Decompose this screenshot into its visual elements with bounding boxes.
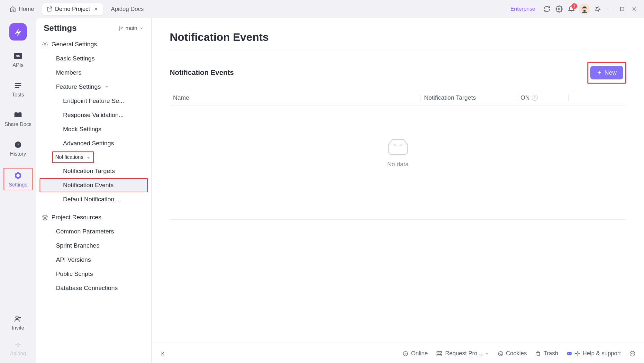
nav-common-parameters[interactable]: Common Parameters — [40, 225, 148, 238]
status-request-proxy[interactable]: Request Pro... — [436, 350, 489, 357]
pin-icon[interactable] — [593, 5, 602, 14]
section-project-resources: Project Resources — [36, 211, 151, 224]
main-area: Notification Events Notification Events … — [152, 18, 644, 363]
rail-label: Invite — [12, 325, 24, 331]
svg-point-16 — [119, 30, 120, 31]
nav-api-versions[interactable]: API Versions — [40, 253, 148, 267]
nav-advanced-settings[interactable]: Advanced Settings — [40, 137, 148, 150]
collapse-sidebar-icon[interactable] — [160, 350, 167, 357]
svg-point-26 — [501, 354, 502, 354]
status-online-label: Online — [411, 350, 428, 357]
svg-point-22 — [498, 351, 503, 356]
svg-rect-21 — [437, 354, 442, 356]
nav-public-scripts[interactable]: Public Scripts — [40, 267, 148, 281]
col-on-label: ON — [521, 94, 530, 101]
new-button-highlight: New — [587, 62, 626, 84]
divider — [170, 219, 626, 220]
rail-item-history[interactable]: History — [4, 138, 32, 159]
external-icon — [47, 6, 52, 12]
maximize-icon[interactable] — [618, 5, 627, 14]
close-icon[interactable] — [94, 7, 98, 11]
svg-point-0 — [558, 8, 560, 10]
empty-state: No data — [170, 105, 626, 219]
svg-point-17 — [122, 27, 123, 28]
svg-point-29 — [570, 353, 570, 354]
nav-label: Notifications — [55, 154, 83, 160]
status-online[interactable]: Online — [403, 350, 428, 357]
rail-item-tests[interactable]: Tests — [4, 79, 32, 100]
svg-rect-20 — [437, 351, 442, 353]
tab-home[interactable]: Home — [5, 3, 39, 15]
home-icon — [10, 6, 16, 12]
svg-rect-30 — [577, 351, 578, 353]
status-trash-label: Trash — [544, 350, 558, 357]
rail-item-invite[interactable]: Invite — [4, 312, 32, 333]
logo[interactable] — [9, 23, 27, 41]
caret-down-icon — [105, 86, 108, 88]
nav-database-connections[interactable]: Database Connections — [40, 281, 148, 295]
tab-project[interactable]: Demo Project — [42, 3, 103, 15]
nav-endpoint-feature[interactable]: Endpoint Feature Se... — [40, 94, 148, 108]
svg-rect-33 — [575, 353, 577, 354]
slack-icon — [575, 351, 580, 356]
window-close-icon[interactable] — [630, 5, 639, 14]
status-help[interactable]: Help & support — [567, 350, 621, 357]
svg-point-15 — [119, 26, 120, 27]
nav-label: Feature Settings — [56, 83, 101, 90]
branch-selector[interactable]: main — [118, 25, 144, 32]
svg-point-7 — [18, 85, 19, 86]
new-button[interactable]: New — [590, 66, 623, 79]
rail-label: Share Docs — [5, 122, 32, 127]
nav-response-validation[interactable]: Response Validation... — [40, 108, 148, 122]
svg-point-12 — [19, 344, 21, 345]
scroll-top-icon[interactable] — [629, 350, 636, 357]
discord-icon — [567, 351, 572, 357]
svg-text:96: 96 — [16, 54, 20, 58]
nav-notification-events[interactable]: Notification Events — [40, 178, 148, 192]
rail-label: APIs — [13, 62, 23, 68]
rail-item-settings[interactable]: Settings — [4, 168, 32, 190]
enterprise-badge[interactable]: Enterprise — [507, 5, 539, 14]
nav-notification-targets[interactable]: Notification Targets — [40, 164, 148, 178]
avatar[interactable] — [579, 4, 590, 14]
minimize-icon[interactable] — [605, 5, 614, 14]
refresh-icon[interactable] — [542, 5, 551, 14]
layers-icon — [42, 214, 48, 221]
plus-icon — [597, 70, 602, 75]
trash-icon — [535, 351, 541, 357]
share-docs-icon — [14, 111, 23, 120]
nav-mock-settings[interactable]: Mock Settings — [40, 123, 148, 136]
status-cookies[interactable]: Cookies — [498, 350, 527, 357]
help-icon[interactable]: ? — [532, 95, 538, 101]
bell-icon[interactable]: 1 — [567, 5, 576, 14]
col-name: Name — [170, 94, 421, 101]
nav-default-notification[interactable]: Default Notification ... — [40, 193, 148, 206]
gear-icon[interactable] — [555, 5, 564, 14]
section-pr-label: Project Resources — [51, 214, 101, 221]
tab-project-label: Demo Project — [55, 6, 90, 13]
svg-rect-27 — [567, 352, 572, 355]
rail-item-apis[interactable]: 96 APIs — [4, 50, 32, 70]
new-button-label: New — [604, 69, 617, 76]
svg-point-18 — [44, 44, 46, 45]
apis-icon: 96 — [14, 51, 23, 60]
nav-basic-settings[interactable]: Basic Settings — [40, 52, 148, 65]
check-circle-icon — [403, 351, 408, 357]
svg-rect-3 — [621, 7, 624, 11]
history-icon — [14, 140, 23, 149]
status-trash[interactable]: Trash — [535, 350, 558, 357]
col-on: ON ? — [517, 94, 568, 101]
svg-point-19 — [404, 351, 408, 356]
tab-docs[interactable]: Apidog Docs — [106, 3, 148, 15]
section-general-label: General Settings — [51, 41, 97, 48]
svg-rect-31 — [578, 353, 580, 354]
proxy-icon — [436, 351, 442, 357]
svg-point-28 — [568, 353, 569, 354]
branch-label: main — [125, 25, 137, 32]
nav-notifications[interactable]: Notifications — [52, 151, 94, 163]
nav-feature-settings[interactable]: Feature Settings — [40, 80, 148, 94]
nav-members[interactable]: Members — [40, 66, 148, 79]
rail-item-share-docs[interactable]: Share Docs — [4, 109, 32, 129]
brand-label: Apidog — [10, 351, 26, 357]
nav-sprint-branches[interactable]: Sprint Branches — [40, 239, 148, 252]
